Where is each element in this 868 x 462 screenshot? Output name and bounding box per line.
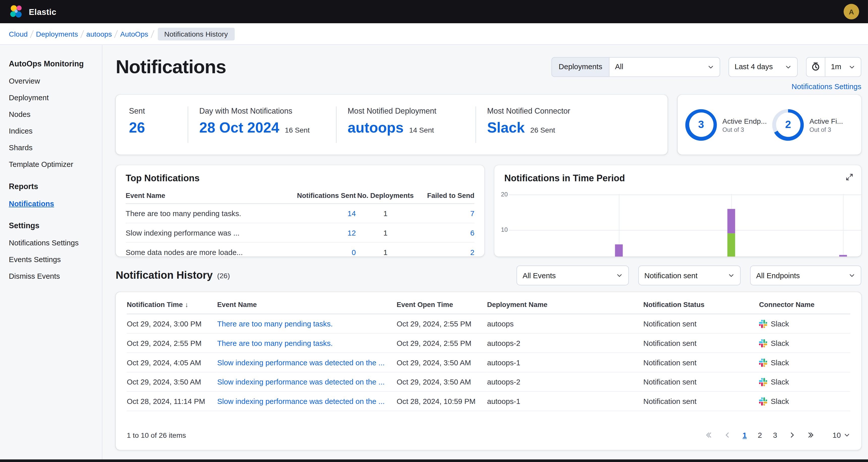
event-name-link[interactable]: There are too many pending tasks. (217, 339, 333, 347)
notification-time-cell: Oct 29, 2024, 3:50 AM (127, 372, 217, 392)
event-name-link[interactable]: Slow indexing performance was detected o… (217, 397, 384, 405)
table-header-row: Notification Time↓ Event Name Event Open… (127, 294, 850, 314)
sent-count-link[interactable]: 12 (347, 229, 356, 237)
stat-deployment-sub: 14 Sent (409, 126, 434, 134)
active-filters-sub: Out of 3 (809, 126, 843, 133)
event-name-link[interactable]: Slow indexing performance was detected o… (217, 358, 384, 367)
refresh-interval-value: 1m (831, 63, 841, 71)
breadcrumb-autoops-app[interactable]: AutoOps (116, 30, 152, 38)
deployment-name-cell: autoops-1 (487, 392, 643, 411)
sidebar-item-dismiss-events[interactable]: Dismiss Events (9, 268, 93, 284)
stat-connector-sub: 26 Sent (530, 126, 555, 134)
breadcrumb: Cloud Deployments autoops AutoOps Notifi… (0, 23, 868, 45)
previous-page-button (718, 429, 737, 441)
connector-name-cell: Slack (771, 319, 789, 328)
active-filters-ring: 2 (772, 109, 804, 140)
all-endpoints-value: All Endpoints (756, 271, 800, 280)
active-filters-label: Active Fi... (809, 116, 843, 126)
notification-time-cell: Oct 29, 2024, 4:05 AM (127, 353, 217, 372)
deployment-name-cell: autoops-2 (487, 333, 643, 353)
chart-bar (839, 255, 847, 257)
sidebar-item-events-settings[interactable]: Events Settings (9, 251, 93, 268)
connector-name-cell: Slack (771, 397, 789, 405)
notification-status-select[interactable]: Notification sent (638, 265, 741, 285)
event-name-cell: Some data nodes are more loade... (126, 242, 293, 257)
slack-icon (759, 397, 767, 405)
user-avatar[interactable]: A (843, 4, 859, 19)
event-name-link[interactable]: There are too many pending tasks. (217, 319, 333, 328)
time-range-value: Last 4 days (735, 63, 773, 71)
event-name-link[interactable]: Slow indexing performance was detected o… (217, 378, 384, 386)
elastic-logo-icon[interactable] (9, 4, 23, 19)
notification-history-title: Notification History (116, 269, 213, 282)
active-endpoints-label: Active Endp... (722, 116, 767, 126)
main-content: Notifications Deployments All Last 4 day… (102, 45, 868, 462)
deployment-name-cell: autoops (487, 314, 643, 334)
sidebar-item-indices[interactable]: Indices (9, 122, 93, 139)
stat-connector-value: Slack (487, 120, 525, 135)
bottom-edge-bar (0, 460, 868, 462)
sidebar-heading-settings: Settings (9, 221, 93, 230)
sent-count-link[interactable]: 0 (351, 248, 355, 256)
deployments-filter-label: Deployments (552, 57, 609, 77)
notification-status-cell: Notification sent (643, 353, 759, 372)
sidebar-item-nodes[interactable]: Nodes (9, 106, 93, 122)
sidebar-item-notifications[interactable]: Notifications (9, 195, 93, 212)
last-page-button[interactable] (801, 429, 820, 441)
sidebar-heading-reports: Reports (9, 182, 93, 191)
next-page-button[interactable] (783, 429, 802, 441)
sidebar-item-overview[interactable]: Overview (9, 73, 93, 89)
active-endpoints-ring: 3 (685, 109, 717, 140)
chevron-down-icon (785, 63, 792, 70)
page-2-button[interactable]: 2 (752, 429, 767, 441)
page-3-button[interactable]: 3 (767, 429, 782, 441)
stat-most-notified-deployment: Most Notified Deployment autoops 14 Sent (336, 106, 475, 143)
breadcrumb-autoops[interactable]: autoops (83, 30, 116, 38)
active-status-panel: 3 Active Endp... Out of 3 2 Active Fi... (678, 95, 862, 154)
col-notification-status: Notification Status (643, 294, 759, 314)
sidebar-item-notifications-settings[interactable]: Notifications Settings (9, 234, 93, 251)
chevron-down-icon (728, 272, 735, 279)
items-per-page-select[interactable]: 10 (832, 431, 850, 439)
expand-chart-icon[interactable] (844, 172, 855, 184)
breadcrumb-current: Notifications History (158, 28, 235, 40)
deployments-select[interactable]: All (609, 57, 720, 77)
notification-status-cell: Notification sent (643, 392, 759, 411)
time-range-select[interactable]: Last 4 days (728, 57, 798, 77)
sidebar-section-settings: Settings Notifications Settings Events S… (9, 221, 93, 284)
all-endpoints-select[interactable]: All Endpoints (750, 265, 861, 285)
sidebar-item-shards[interactable]: Shards (9, 139, 93, 156)
refresh-interval-select[interactable]: 1m (825, 57, 862, 77)
settings-link-row: Notifications Settings (116, 83, 862, 91)
screen: Elastic A Cloud Deployments autoops Auto… (0, 0, 868, 462)
col-notification-time[interactable]: Notification Time↓ (127, 294, 217, 314)
failed-count-link[interactable]: 6 (470, 229, 474, 237)
col-connector-name: Connector Name (759, 294, 850, 314)
notification-history-table: Notification Time↓ Event Name Event Open… (127, 294, 850, 411)
notification-history-panel: Notification Time↓ Event Name Event Open… (116, 292, 862, 450)
sent-count-link[interactable]: 14 (347, 209, 356, 218)
stat-sent: Sent 26 (129, 106, 188, 143)
gridline-20 (508, 194, 862, 195)
notification-history-count: (26) (217, 271, 230, 280)
auto-refresh-group: 1m (806, 57, 862, 77)
stat-deployment-value: autoops (348, 120, 404, 135)
sidebar-item-template-optimizer[interactable]: Template Optimizer (9, 156, 93, 172)
sidebar-item-deployment[interactable]: Deployment (9, 89, 93, 106)
notifications-settings-link[interactable]: Notifications Settings (792, 83, 862, 91)
breadcrumb-deployments[interactable]: Deployments (32, 30, 82, 38)
chevron-down-icon (843, 432, 850, 438)
col-deployment-name: Deployment Name (487, 294, 643, 314)
page-1-button[interactable]: 1 (737, 429, 752, 441)
breadcrumb-cloud[interactable]: Cloud (9, 30, 32, 38)
failed-count-link[interactable]: 7 (470, 209, 474, 218)
brand-title: Elastic (29, 7, 56, 16)
failed-count-link[interactable]: 2 (470, 248, 474, 256)
stat-day-value: 28 Oct 2024 (199, 120, 279, 135)
table-row: Slow indexing performance was ... 12 1 6 (126, 223, 474, 242)
refresh-interval-button[interactable] (806, 57, 825, 77)
items-per-page-value: 10 (832, 431, 841, 439)
chevron-down-icon (707, 63, 714, 70)
all-events-select[interactable]: All Events (517, 265, 629, 285)
slack-icon (759, 358, 767, 367)
